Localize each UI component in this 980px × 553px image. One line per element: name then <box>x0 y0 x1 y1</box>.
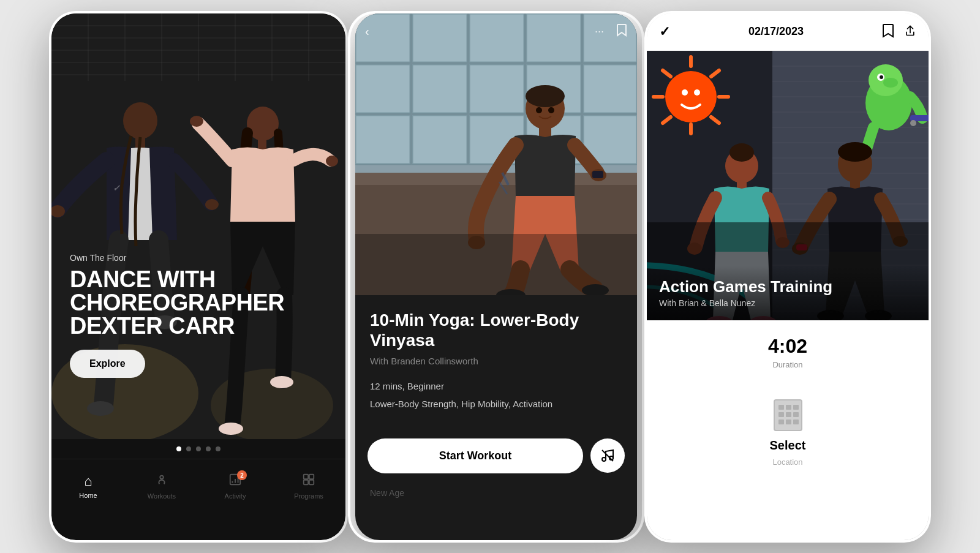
music-off-icon <box>600 448 615 463</box>
phone3-share-icon[interactable] <box>904 23 916 40</box>
location-section[interactable]: Select Location <box>664 384 911 476</box>
phone2-actions: Start Workout <box>355 438 637 483</box>
workout-tags: Lower-Body Strength, Hip Mobility, Activ… <box>370 399 622 409</box>
workout-instructor: With Branden Collinsworth <box>370 356 622 366</box>
svg-point-67 <box>602 457 606 461</box>
dot-4[interactable] <box>206 446 211 451</box>
svg-rect-66 <box>355 234 637 295</box>
svg-rect-133 <box>786 412 791 417</box>
svg-rect-63 <box>592 171 603 178</box>
phone2: ‹ ··· <box>355 13 637 540</box>
phone2-footer: New Age <box>355 483 637 503</box>
yoga-scene-svg <box>355 13 637 295</box>
workout-meta: 12 mins, Beginner <box>370 381 622 391</box>
svg-point-64 <box>536 107 542 113</box>
svg-point-119 <box>838 142 872 162</box>
svg-point-92 <box>665 71 717 122</box>
phone1: ✓ Own The Floor DANCE WITH CHOREOGRAPHER… <box>51 13 345 540</box>
phone1-hero: ✓ Own The Floor DANCE WITH CHOREOGRAPHER… <box>51 13 345 439</box>
workout-card-overlay: Action Games Training With Brian & Bella… <box>647 266 929 320</box>
action-games-subtitle: With Brian & Bella Nunez <box>659 298 916 308</box>
phone3-bookmark-icon[interactable] <box>882 23 894 40</box>
svg-rect-50 <box>412 115 467 164</box>
svg-rect-49 <box>355 115 410 164</box>
nav-activity-label: Activity <box>225 492 246 500</box>
svg-point-29 <box>160 476 164 480</box>
phone2-content: 10-Min Yoga: Lower-Body Vinyasa With Bra… <box>355 295 637 438</box>
phone2-frame: ‹ ··· <box>348 11 644 543</box>
svg-point-101 <box>682 89 688 96</box>
workout-title: 10-Min Yoga: Lower-Body Vinyasa <box>370 310 622 351</box>
svg-point-20 <box>87 401 114 416</box>
svg-rect-48 <box>583 64 637 113</box>
nav-home[interactable]: ⌂ Home <box>51 468 125 504</box>
header-action-icons <box>882 23 916 40</box>
start-workout-button[interactable]: Start Workout <box>368 438 583 473</box>
svg-rect-131 <box>793 405 799 410</box>
back-button[interactable]: ‹ <box>365 24 369 39</box>
nav-home-label: Home <box>79 492 97 499</box>
duration-label: Duration <box>664 360 911 369</box>
music-toggle-button[interactable] <box>590 438 625 473</box>
svg-point-27 <box>270 376 293 388</box>
workout-date: 02/17/2023 <box>748 25 804 38</box>
nav-workouts-label: Workouts <box>148 492 176 500</box>
bookmark-icon[interactable] <box>616 23 627 40</box>
svg-rect-130 <box>786 405 791 410</box>
action-games-title: Action Games Training <box>659 278 916 296</box>
svg-rect-23 <box>258 138 266 149</box>
workouts-icon <box>155 473 168 490</box>
workout-card: Action Games Training With Brian & Bella… <box>647 51 929 320</box>
dot-5[interactable] <box>216 446 221 451</box>
location-label: Location <box>772 457 802 467</box>
carousel-dots <box>51 439 345 459</box>
duration-value: 4:02 <box>664 335 911 358</box>
check-icon[interactable]: ✓ <box>659 24 670 40</box>
dot-2[interactable] <box>186 446 191 451</box>
svg-point-109 <box>910 120 916 126</box>
svg-rect-34 <box>304 475 308 479</box>
svg-rect-36 <box>304 480 308 484</box>
svg-point-57 <box>526 85 565 107</box>
phone3-stats: 4:02 Duration <box>647 320 929 491</box>
more-options-icon[interactable]: ··· <box>595 25 604 38</box>
hero-subtitle: Own The Floor <box>70 253 327 263</box>
svg-point-102 <box>694 89 700 96</box>
svg-rect-137 <box>793 419 799 424</box>
svg-rect-44 <box>355 64 410 113</box>
svg-text:✓: ✓ <box>113 183 121 193</box>
phone2-hero: ‹ ··· <box>355 13 637 295</box>
phone3-frame: ✓ 02/17/2023 <box>644 11 931 543</box>
nav-programs[interactable]: Programs <box>272 468 345 505</box>
phone3: ✓ 02/17/2023 <box>647 13 929 540</box>
programs-icon <box>302 473 315 490</box>
nav-workouts[interactable]: Workouts <box>125 468 198 505</box>
svg-point-16 <box>123 102 157 139</box>
home-icon: ⌂ <box>84 473 92 489</box>
svg-point-107 <box>883 78 898 88</box>
phone1-frame: ✓ Own The Floor DANCE WITH CHOREOGRAPHER… <box>49 11 348 543</box>
svg-rect-129 <box>778 405 784 410</box>
svg-rect-37 <box>309 480 314 484</box>
svg-rect-45 <box>412 64 467 113</box>
dot-3[interactable] <box>196 446 201 451</box>
phone2-header: ‹ ··· <box>365 23 627 40</box>
svg-point-19 <box>205 199 219 210</box>
svg-point-25 <box>326 156 338 167</box>
explore-button[interactable]: Explore <box>70 350 145 378</box>
activity-badge: 2 <box>237 470 247 480</box>
svg-rect-134 <box>793 412 799 417</box>
nav-programs-label: Programs <box>294 492 323 500</box>
dot-1[interactable] <box>176 446 181 451</box>
svg-point-26 <box>219 423 243 435</box>
svg-line-69 <box>602 450 613 461</box>
phone3-header: ✓ 02/17/2023 <box>647 13 929 51</box>
location-select-label[interactable]: Select <box>770 438 806 453</box>
header-right-icons: ··· <box>595 23 627 40</box>
hero-title: DANCE WITH CHOREOGRAPHER DEXTER CARR <box>70 268 327 337</box>
svg-point-24 <box>190 116 203 127</box>
svg-rect-135 <box>778 419 784 424</box>
svg-rect-46 <box>469 64 524 113</box>
svg-rect-132 <box>778 412 784 417</box>
nav-activity[interactable]: 2 Activity <box>198 468 272 505</box>
